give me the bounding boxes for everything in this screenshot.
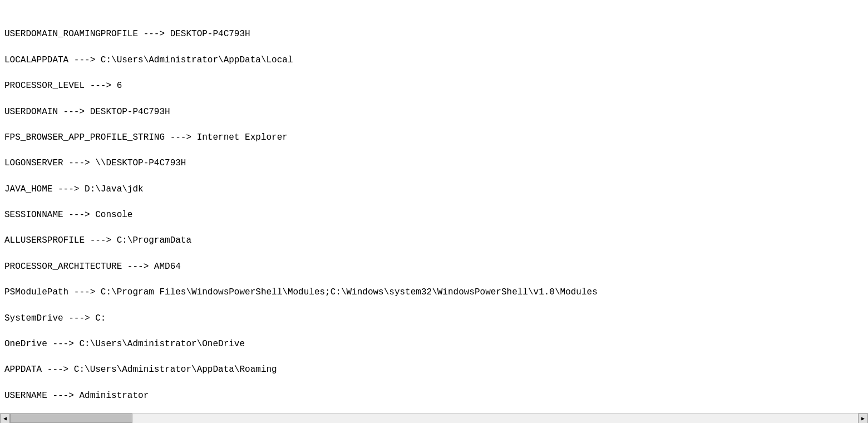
scrollbar-thumb[interactable] [10, 414, 132, 423]
horizontal-scrollbar[interactable]: ◀ ▶ [0, 413, 868, 423]
terminal-window: USERDOMAIN_ROAMINGPROFILE ---> DESKTOP-P… [0, 0, 868, 423]
terminal-line: OneDrive ---> C:\Users\Administrator\One… [4, 338, 864, 351]
terminal-line: PROCESSOR_ARCHITECTURE ---> AMD64 [4, 260, 864, 273]
terminal-line: FPS_BROWSER_APP_PROFILE_STRING ---> Inte… [4, 131, 864, 144]
terminal-output: USERDOMAIN_ROAMINGPROFILE ---> DESKTOP-P… [0, 0, 868, 413]
scrollbar-track[interactable] [10, 414, 858, 423]
terminal-line: LOCALAPPDATA ---> C:\Users\Administrator… [4, 54, 864, 67]
terminal-line: USERDOMAIN ---> DESKTOP-P4C793H [4, 106, 864, 119]
scroll-right-button[interactable]: ▶ [858, 414, 868, 424]
terminal-line: JAVA_HOME ---> D:\Java\jdk [4, 183, 864, 196]
terminal-line: APPDATA ---> C:\Users\Administrator\AppD… [4, 363, 864, 376]
terminal-line: SystemDrive ---> C: [4, 312, 864, 325]
terminal-line: USERDOMAIN_ROAMINGPROFILE ---> DESKTOP-P… [4, 28, 864, 41]
terminal-line: USERNAME ---> Administrator [4, 390, 864, 402]
terminal-line: LOGONSERVER ---> \\DESKTOP-P4C793H [4, 157, 864, 170]
terminal-line: PROCESSOR_LEVEL ---> 6 [4, 80, 864, 92]
terminal-line: SESSIONNAME ---> Console [4, 209, 864, 222]
terminal-line: ALLUSERSPROFILE ---> C:\ProgramData [4, 234, 864, 247]
terminal-line: PSModulePath ---> C:\Program Files\Windo… [4, 286, 864, 299]
scroll-left-button[interactable]: ◀ [0, 414, 10, 424]
